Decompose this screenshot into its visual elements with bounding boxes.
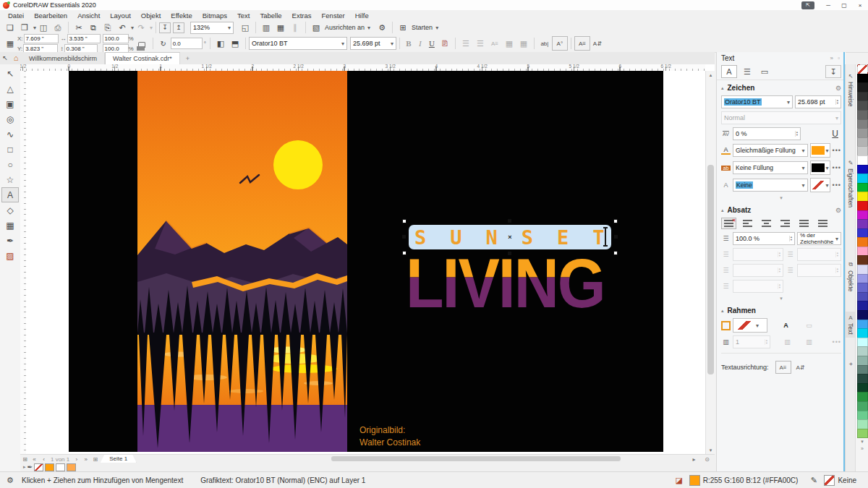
absatz-collapse-icon[interactable]: ▾ xyxy=(717,294,846,303)
sunset-text[interactable]: SUNSET xyxy=(414,226,629,249)
palette-color-swatch[interactable] xyxy=(857,265,868,275)
rahmen-section-title[interactable]: Rahmen xyxy=(728,307,756,314)
rectangle-tool[interactable]: □ xyxy=(2,142,18,157)
docker-tab-eigenschaften[interactable]: ✎Eigenschaften xyxy=(846,157,856,210)
first-page-icon[interactable]: « xyxy=(30,456,39,463)
options-gear-icon[interactable]: ⚙ xyxy=(375,21,389,34)
menu-item[interactable]: Text xyxy=(232,10,255,20)
selection-handle[interactable] xyxy=(402,219,407,223)
align-to-button[interactable]: Ausrichten an xyxy=(325,24,365,31)
scroll-down-icon[interactable]: ▾ xyxy=(706,446,715,454)
prev-page-icon[interactable]: ‹ xyxy=(39,456,48,463)
docker-pin-icon[interactable]: ▫ xyxy=(838,55,841,61)
outline-width-select[interactable]: Keine▾ xyxy=(733,179,808,192)
object-x-input[interactable]: 7.609 " xyxy=(24,34,59,43)
line-spacing-input[interactable]: 100.0 %▴▾ xyxy=(733,232,795,245)
palette-color-swatch[interactable] xyxy=(857,310,868,320)
italic-button[interactable]: I xyxy=(414,39,426,48)
polygon-tool[interactable]: ☆ xyxy=(2,172,18,187)
palette-scroll-down-icon[interactable]: ▾ xyxy=(861,438,864,445)
shape-tool[interactable]: △ xyxy=(2,81,18,96)
share-icon[interactable]: ⇱ xyxy=(801,1,814,9)
starten-icon[interactable]: ⊞ xyxy=(396,21,410,34)
align-force-button[interactable] xyxy=(815,218,830,229)
tray-color-swatch[interactable] xyxy=(56,463,65,471)
status-fill-swatch[interactable] xyxy=(689,475,700,486)
indent-left-input[interactable]: ▴▾ xyxy=(797,248,841,261)
first-line-indent-input[interactable]: ▴▾ xyxy=(733,280,783,293)
palette-color-swatch[interactable] xyxy=(857,92,868,102)
orientation-horizontal-button[interactable]: A≡ xyxy=(775,361,791,374)
rotation-angle-input[interactable]: 0.0 xyxy=(171,38,203,49)
eyedropper-tool[interactable]: ✒ xyxy=(2,233,18,248)
docker-tab-objekte[interactable]: ⧉Objekte xyxy=(846,258,856,294)
mirror-horizontal-icon[interactable]: ◧ xyxy=(213,37,228,50)
vertical-scroll-thumb[interactable] xyxy=(707,165,714,374)
menu-item[interactable]: Ansicht xyxy=(72,10,105,20)
redo-icon[interactable]: ↷ xyxy=(134,21,148,34)
undo-icon[interactable]: ↶ xyxy=(115,21,129,34)
edit-text-icon[interactable]: ab| xyxy=(537,37,552,50)
palette-color-swatch[interactable] xyxy=(857,419,868,429)
space-after-input[interactable]: ▴▾ xyxy=(733,264,783,277)
home-icon[interactable]: ⌂ xyxy=(10,51,22,64)
palette-color-swatch[interactable] xyxy=(857,255,868,265)
tab-document[interactable]: Walter Costinak.cdr* xyxy=(105,52,180,64)
last-page-icon[interactable]: » xyxy=(81,456,90,463)
character-tab[interactable]: A xyxy=(721,65,737,78)
bullet-list-icon[interactable]: ☰ xyxy=(459,37,473,50)
palette-color-swatch[interactable] xyxy=(857,100,868,111)
palette-color-swatch[interactable] xyxy=(857,74,868,84)
absatz-section-title[interactable]: Absatz xyxy=(728,206,752,214)
zoom-level-select[interactable]: 132%▾ xyxy=(190,22,234,34)
tray-no-color-swatch[interactable] xyxy=(34,463,43,471)
palette-color-swatch[interactable] xyxy=(857,219,868,229)
kerning-input[interactable]: 0 %▴▾ xyxy=(733,127,801,140)
selection-center-marker[interactable]: × xyxy=(508,234,511,241)
align-none-button[interactable]: × xyxy=(721,218,736,229)
text-vertical-icon[interactable]: A⇵ xyxy=(590,37,605,50)
show-rulers-icon[interactable]: ▥ xyxy=(259,21,273,34)
palette-color-swatch[interactable] xyxy=(857,356,868,366)
palette-color-swatch[interactable] xyxy=(857,392,868,402)
underline-button[interactable]: U xyxy=(426,39,438,48)
tray-expand-icon[interactable]: ▸ xyxy=(23,464,26,470)
menu-item[interactable]: Datei xyxy=(3,10,29,20)
minimize-button[interactable]: ─ xyxy=(820,1,836,10)
mirror-vertical-icon[interactable]: ⬒ xyxy=(228,37,242,50)
starten-button[interactable]: Starten xyxy=(412,24,433,31)
tray-eyedropper-icon[interactable]: ✒ xyxy=(27,463,33,471)
palette-color-swatch[interactable] xyxy=(857,365,868,375)
spacing-unit-select[interactable]: % der Zeichenhöhe▾ xyxy=(797,232,841,245)
palette-color-swatch[interactable] xyxy=(857,119,868,129)
launch-icon[interactable]: ▧ xyxy=(309,21,323,34)
nav-zoom-icon[interactable]: ⊙ xyxy=(702,456,712,463)
palette-color-swatch[interactable] xyxy=(857,110,868,120)
fill-color-picker[interactable]: ▾ xyxy=(810,143,830,158)
text-tool[interactable]: A xyxy=(1,187,19,202)
paste-icon[interactable]: ⎘ xyxy=(101,21,115,34)
fill-more-button[interactable]: ••• xyxy=(833,147,841,154)
object-width-input[interactable]: 3.535 " xyxy=(67,34,101,43)
menu-item[interactable]: Bitmaps xyxy=(197,10,232,20)
tray-color-swatch[interactable] xyxy=(45,463,54,471)
curve-tool[interactable]: ∿ xyxy=(2,127,18,142)
sunset-text-object[interactable]: SUNSET × xyxy=(407,224,613,250)
palette-color-swatch[interactable] xyxy=(857,155,868,166)
align-left-button[interactable] xyxy=(740,218,755,229)
indent-icon[interactable]: ▦ xyxy=(502,37,516,50)
tray-color-swatch[interactable] xyxy=(67,463,76,471)
scroll-right-icon[interactable]: ▸ xyxy=(689,456,699,463)
palette-color-swatch[interactable] xyxy=(857,128,868,138)
docker-font-size-input[interactable]: 25.698 pt▴▾ xyxy=(795,95,841,108)
crop-tool[interactable]: ▣ xyxy=(2,96,18,111)
palette-color-swatch[interactable] xyxy=(857,137,868,147)
docker-font-select[interactable]: Orator10 BT▾ xyxy=(721,95,793,108)
page-panel-icon[interactable]: ⊞ xyxy=(20,456,30,463)
living-text-object[interactable]: LIVING LIVING xyxy=(406,249,616,317)
credit-text[interactable]: Originalbild: Walter Costinak xyxy=(359,424,420,449)
next-page-icon[interactable]: › xyxy=(72,456,81,463)
align-center-button[interactable] xyxy=(759,218,774,229)
show-guides-icon[interactable]: ∥ xyxy=(288,21,302,34)
zeichen-options-icon[interactable]: ⚙ xyxy=(835,85,841,92)
